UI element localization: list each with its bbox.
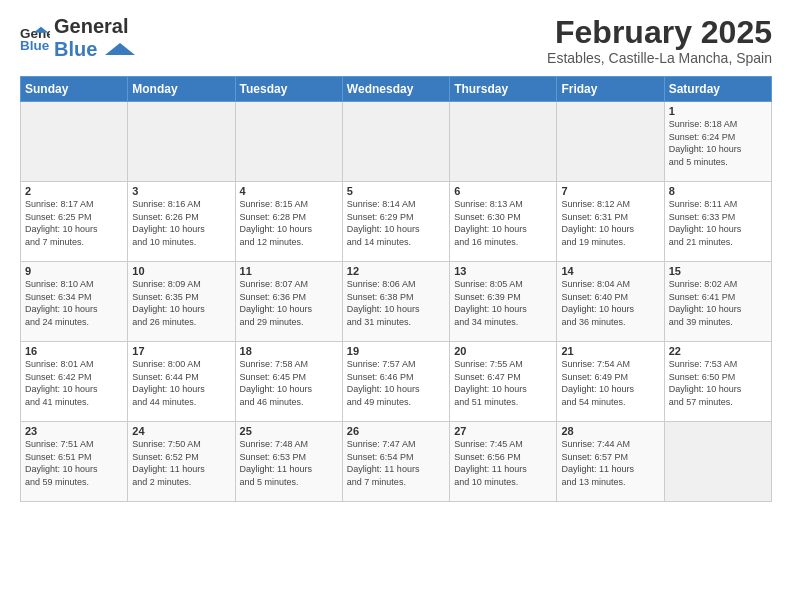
- calendar-cell: 20Sunrise: 7:55 AM Sunset: 6:47 PM Dayli…: [450, 342, 557, 422]
- day-number: 10: [132, 265, 230, 277]
- logo-icon: General Blue: [20, 23, 50, 53]
- day-number: 16: [25, 345, 123, 357]
- day-number: 28: [561, 425, 659, 437]
- calendar-cell: 7Sunrise: 8:12 AM Sunset: 6:31 PM Daylig…: [557, 182, 664, 262]
- day-info: Sunrise: 8:07 AM Sunset: 6:36 PM Dayligh…: [240, 278, 338, 328]
- calendar-cell: [128, 102, 235, 182]
- day-info: Sunrise: 8:02 AM Sunset: 6:41 PM Dayligh…: [669, 278, 767, 328]
- weekday-header-thursday: Thursday: [450, 77, 557, 102]
- calendar-table: SundayMondayTuesdayWednesdayThursdayFrid…: [20, 76, 772, 502]
- day-info: Sunrise: 8:10 AM Sunset: 6:34 PM Dayligh…: [25, 278, 123, 328]
- calendar-cell: [21, 102, 128, 182]
- day-info: Sunrise: 8:13 AM Sunset: 6:30 PM Dayligh…: [454, 198, 552, 248]
- weekday-header-sunday: Sunday: [21, 77, 128, 102]
- calendar-cell: 21Sunrise: 7:54 AM Sunset: 6:49 PM Dayli…: [557, 342, 664, 422]
- day-info: Sunrise: 8:16 AM Sunset: 6:26 PM Dayligh…: [132, 198, 230, 248]
- day-number: 11: [240, 265, 338, 277]
- weekday-header-saturday: Saturday: [664, 77, 771, 102]
- day-number: 20: [454, 345, 552, 357]
- week-row-4: 16Sunrise: 8:01 AM Sunset: 6:42 PM Dayli…: [21, 342, 772, 422]
- title-block: February 2025 Estables, Castille-La Manc…: [547, 15, 772, 66]
- day-info: Sunrise: 8:12 AM Sunset: 6:31 PM Dayligh…: [561, 198, 659, 248]
- day-number: 23: [25, 425, 123, 437]
- day-info: Sunrise: 8:01 AM Sunset: 6:42 PM Dayligh…: [25, 358, 123, 408]
- day-info: Sunrise: 8:15 AM Sunset: 6:28 PM Dayligh…: [240, 198, 338, 248]
- week-row-1: 1Sunrise: 8:18 AM Sunset: 6:24 PM Daylig…: [21, 102, 772, 182]
- day-info: Sunrise: 8:06 AM Sunset: 6:38 PM Dayligh…: [347, 278, 445, 328]
- calendar-cell: [557, 102, 664, 182]
- day-number: 12: [347, 265, 445, 277]
- day-info: Sunrise: 8:04 AM Sunset: 6:40 PM Dayligh…: [561, 278, 659, 328]
- day-number: 15: [669, 265, 767, 277]
- calendar-cell: 17Sunrise: 8:00 AM Sunset: 6:44 PM Dayli…: [128, 342, 235, 422]
- day-number: 8: [669, 185, 767, 197]
- calendar-cell: 16Sunrise: 8:01 AM Sunset: 6:42 PM Dayli…: [21, 342, 128, 422]
- logo-blue: Blue: [54, 38, 135, 61]
- calendar-cell: 23Sunrise: 7:51 AM Sunset: 6:51 PM Dayli…: [21, 422, 128, 502]
- weekday-header-friday: Friday: [557, 77, 664, 102]
- calendar-cell: 22Sunrise: 7:53 AM Sunset: 6:50 PM Dayli…: [664, 342, 771, 422]
- day-info: Sunrise: 7:54 AM Sunset: 6:49 PM Dayligh…: [561, 358, 659, 408]
- day-number: 13: [454, 265, 552, 277]
- day-info: Sunrise: 7:55 AM Sunset: 6:47 PM Dayligh…: [454, 358, 552, 408]
- weekday-header-tuesday: Tuesday: [235, 77, 342, 102]
- day-info: Sunrise: 7:44 AM Sunset: 6:57 PM Dayligh…: [561, 438, 659, 488]
- calendar-cell: 11Sunrise: 8:07 AM Sunset: 6:36 PM Dayli…: [235, 262, 342, 342]
- week-row-3: 9Sunrise: 8:10 AM Sunset: 6:34 PM Daylig…: [21, 262, 772, 342]
- logo-general: General: [54, 15, 135, 38]
- calendar-cell: [235, 102, 342, 182]
- calendar-cell: 2Sunrise: 8:17 AM Sunset: 6:25 PM Daylig…: [21, 182, 128, 262]
- day-info: Sunrise: 8:05 AM Sunset: 6:39 PM Dayligh…: [454, 278, 552, 328]
- day-number: 3: [132, 185, 230, 197]
- week-row-5: 23Sunrise: 7:51 AM Sunset: 6:51 PM Dayli…: [21, 422, 772, 502]
- calendar-cell: 5Sunrise: 8:14 AM Sunset: 6:29 PM Daylig…: [342, 182, 449, 262]
- day-number: 25: [240, 425, 338, 437]
- day-info: Sunrise: 8:18 AM Sunset: 6:24 PM Dayligh…: [669, 118, 767, 168]
- day-number: 6: [454, 185, 552, 197]
- logo-arrow-icon: [105, 43, 135, 58]
- calendar-cell: 14Sunrise: 8:04 AM Sunset: 6:40 PM Dayli…: [557, 262, 664, 342]
- calendar-cell: 24Sunrise: 7:50 AM Sunset: 6:52 PM Dayli…: [128, 422, 235, 502]
- calendar-cell: 8Sunrise: 8:11 AM Sunset: 6:33 PM Daylig…: [664, 182, 771, 262]
- day-number: 24: [132, 425, 230, 437]
- day-info: Sunrise: 8:09 AM Sunset: 6:35 PM Dayligh…: [132, 278, 230, 328]
- calendar-cell: 13Sunrise: 8:05 AM Sunset: 6:39 PM Dayli…: [450, 262, 557, 342]
- day-number: 9: [25, 265, 123, 277]
- svg-text:Blue: Blue: [20, 38, 50, 53]
- day-number: 4: [240, 185, 338, 197]
- calendar-cell: 6Sunrise: 8:13 AM Sunset: 6:30 PM Daylig…: [450, 182, 557, 262]
- calendar-cell: 18Sunrise: 7:58 AM Sunset: 6:45 PM Dayli…: [235, 342, 342, 422]
- header: General Blue General Blue February 2025 …: [20, 15, 772, 66]
- day-number: 14: [561, 265, 659, 277]
- logo: General Blue General Blue: [20, 15, 135, 61]
- calendar-cell: 9Sunrise: 8:10 AM Sunset: 6:34 PM Daylig…: [21, 262, 128, 342]
- day-number: 21: [561, 345, 659, 357]
- day-number: 18: [240, 345, 338, 357]
- svg-marker-3: [105, 43, 135, 55]
- calendar-page: General Blue General Blue February 2025 …: [0, 0, 792, 612]
- week-row-2: 2Sunrise: 8:17 AM Sunset: 6:25 PM Daylig…: [21, 182, 772, 262]
- day-info: Sunrise: 8:17 AM Sunset: 6:25 PM Dayligh…: [25, 198, 123, 248]
- month-year-title: February 2025: [547, 15, 772, 50]
- calendar-cell: 10Sunrise: 8:09 AM Sunset: 6:35 PM Dayli…: [128, 262, 235, 342]
- day-number: 5: [347, 185, 445, 197]
- day-number: 17: [132, 345, 230, 357]
- calendar-cell: 3Sunrise: 8:16 AM Sunset: 6:26 PM Daylig…: [128, 182, 235, 262]
- calendar-cell: [664, 422, 771, 502]
- day-number: 19: [347, 345, 445, 357]
- day-number: 7: [561, 185, 659, 197]
- day-number: 27: [454, 425, 552, 437]
- day-number: 2: [25, 185, 123, 197]
- calendar-cell: 1Sunrise: 8:18 AM Sunset: 6:24 PM Daylig…: [664, 102, 771, 182]
- day-info: Sunrise: 7:45 AM Sunset: 6:56 PM Dayligh…: [454, 438, 552, 488]
- day-info: Sunrise: 7:51 AM Sunset: 6:51 PM Dayligh…: [25, 438, 123, 488]
- calendar-cell: 27Sunrise: 7:45 AM Sunset: 6:56 PM Dayli…: [450, 422, 557, 502]
- day-info: Sunrise: 8:00 AM Sunset: 6:44 PM Dayligh…: [132, 358, 230, 408]
- day-info: Sunrise: 7:50 AM Sunset: 6:52 PM Dayligh…: [132, 438, 230, 488]
- day-info: Sunrise: 7:53 AM Sunset: 6:50 PM Dayligh…: [669, 358, 767, 408]
- day-info: Sunrise: 7:47 AM Sunset: 6:54 PM Dayligh…: [347, 438, 445, 488]
- weekday-header-monday: Monday: [128, 77, 235, 102]
- calendar-cell: [342, 102, 449, 182]
- day-info: Sunrise: 7:58 AM Sunset: 6:45 PM Dayligh…: [240, 358, 338, 408]
- calendar-cell: 4Sunrise: 8:15 AM Sunset: 6:28 PM Daylig…: [235, 182, 342, 262]
